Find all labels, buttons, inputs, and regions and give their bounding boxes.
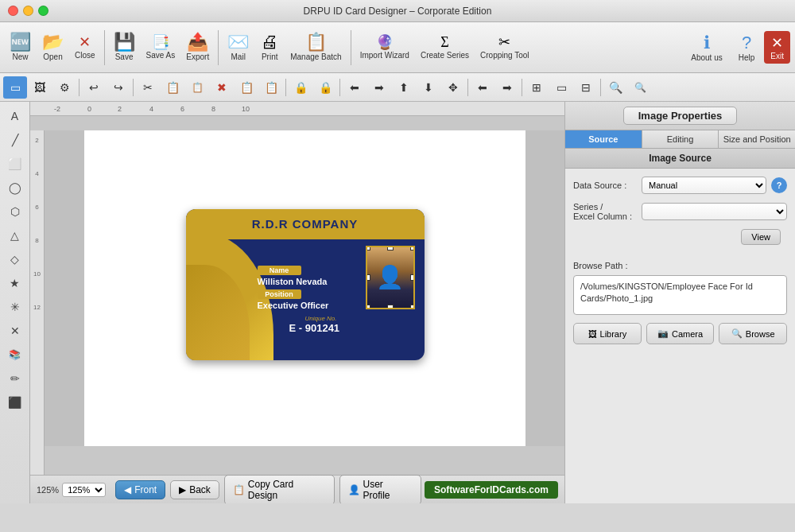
- align-left-button[interactable]: ⬅: [343, 76, 366, 99]
- tab-editing[interactable]: Editing: [642, 130, 719, 148]
- copy-card-design-button[interactable]: 📋 Copy Card Design: [224, 475, 335, 504]
- align-bottom-button[interactable]: ⬇: [417, 76, 440, 99]
- back-button[interactable]: ▶ Back: [170, 480, 219, 499]
- employee-photo[interactable]: 👤: [366, 246, 415, 309]
- image-tool-button[interactable]: 🖼: [28, 76, 52, 99]
- window-controls[interactable]: [8, 6, 48, 16]
- cut-button[interactable]: ✂: [136, 76, 160, 99]
- t2-sep-7: [600, 79, 601, 96]
- grid-button[interactable]: ⊞: [525, 76, 549, 99]
- handle-right-middle[interactable]: [410, 274, 415, 281]
- save-button[interactable]: 💾 Save: [109, 30, 140, 64]
- print-button[interactable]: 🖨 Print: [255, 30, 284, 64]
- mail-button[interactable]: ✉️ Mail: [223, 30, 254, 64]
- camera-icon: 📷: [657, 328, 669, 339]
- unlock-button[interactable]: 🔒: [313, 76, 337, 99]
- barcode-tool-button[interactable]: 📚: [3, 344, 27, 366]
- import-wizard-button[interactable]: 🔮 Import Wizard: [355, 32, 414, 63]
- paste-button[interactable]: 📋: [185, 76, 209, 99]
- titlebar: DRPU ID Card Designer – Corporate Editio…: [0, 0, 795, 22]
- select-tool-button[interactable]: ▭: [3, 76, 27, 99]
- cropping-tool-icon: ✂: [498, 35, 510, 49]
- maximize-window-button[interactable]: [38, 6, 48, 16]
- triangle-tool-button[interactable]: △: [3, 224, 27, 247]
- create-series-button[interactable]: Σ Create Series: [416, 32, 474, 63]
- about-us-button[interactable]: ℹ About us: [684, 29, 728, 65]
- view-button[interactable]: View: [741, 229, 781, 245]
- id-card[interactable]: R.D.R COMPANY Name Williston Nevada Posi…: [186, 209, 425, 360]
- tab-size-position[interactable]: Size and Position: [719, 130, 795, 148]
- unique-number: E - 901241: [289, 322, 417, 334]
- handle-top-right[interactable]: [410, 246, 415, 250]
- handle-bottom-middle[interactable]: [387, 305, 394, 309]
- export-button[interactable]: 📤 Export: [181, 30, 214, 64]
- new-button[interactable]: 🆕 New: [5, 30, 36, 64]
- text-tool-button[interactable]: A: [3, 105, 27, 127]
- delete-button[interactable]: ✖: [210, 76, 234, 99]
- align-top-button[interactable]: ⬆: [392, 76, 416, 99]
- fill-tool-button[interactable]: ⬛: [3, 391, 27, 414]
- library-button[interactable]: 🖼 Library: [573, 323, 642, 344]
- open-button[interactable]: 📂 Open: [37, 30, 68, 64]
- handle-top-left[interactable]: [366, 246, 370, 250]
- minimize-window-button[interactable]: [23, 6, 33, 16]
- close-button[interactable]: ✕ Close: [70, 32, 100, 63]
- cross-tool-button[interactable]: ✕: [3, 320, 27, 342]
- line-tool-button[interactable]: ╱: [3, 129, 27, 151]
- browse-button[interactable]: 🔍 Browse: [719, 323, 787, 344]
- group-button[interactable]: 📋: [259, 76, 283, 99]
- manage-batch-button[interactable]: 📋 Manage Batch: [285, 30, 347, 64]
- align-center-button[interactable]: ✥: [441, 76, 465, 99]
- save-as-icon: 📑: [152, 35, 169, 49]
- cropping-tool-button[interactable]: ✂ Cropping Tool: [475, 32, 534, 63]
- camera-button[interactable]: 📷 Camera: [646, 323, 715, 344]
- front-label: Front: [134, 484, 157, 495]
- rectangle-tool-button[interactable]: ⬜: [3, 153, 27, 175]
- close-window-button[interactable]: [8, 6, 18, 16]
- table-button[interactable]: ⊟: [574, 76, 598, 99]
- ellipse-tool-button[interactable]: ◯: [3, 177, 27, 199]
- align-right-button[interactable]: ➡: [367, 76, 391, 99]
- main-area: A ╱ ⬜ ◯ ⬡ △ ◇ ★ ✳ ✕ 📚 ✏ ⬛ -2 0 2 4 6 8 1…: [0, 102, 795, 503]
- back-icon: ▶: [179, 484, 186, 495]
- library-icon: 🖼: [588, 329, 597, 339]
- redo-button[interactable]: ↪: [107, 76, 130, 99]
- duplicate-button[interactable]: 📋: [235, 76, 258, 99]
- star-tool-button[interactable]: ★: [3, 272, 27, 294]
- zoom-in-button[interactable]: 🔍: [603, 76, 627, 99]
- exit-button[interactable]: ✕ Exit: [764, 31, 790, 64]
- design-canvas[interactable]: R.D.R COMPANY Name Williston Nevada Posi…: [84, 130, 525, 446]
- snowflake-tool-button[interactable]: ✳: [3, 296, 27, 318]
- tab-source[interactable]: Source: [565, 130, 642, 148]
- diamond-tool-button[interactable]: ◇: [3, 248, 27, 270]
- data-source-select[interactable]: Manual: [642, 177, 766, 194]
- panel-body: Data Source : Manual ? Series / Excel Co…: [565, 169, 795, 503]
- move-left-button[interactable]: ⬅: [471, 76, 494, 99]
- front-button[interactable]: ◀ Front: [115, 480, 165, 499]
- user-profile-button[interactable]: 👤 User Profile: [339, 475, 421, 504]
- zoom-out-button[interactable]: 🔍: [628, 76, 652, 99]
- handle-left-middle[interactable]: [366, 274, 370, 281]
- move-right-button[interactable]: ➡: [495, 76, 519, 99]
- help-button[interactable]: ? Help: [732, 29, 762, 65]
- handle-bottom-left[interactable]: [366, 305, 370, 309]
- border-button[interactable]: ▭: [549, 76, 573, 99]
- undo-button[interactable]: ↩: [82, 76, 106, 99]
- browse-path-value: /Volumes/KINGSTON/Employee Face For Id C…: [573, 275, 787, 315]
- copy-button[interactable]: 📋: [161, 76, 184, 99]
- settings-button[interactable]: ⚙: [52, 76, 76, 99]
- handle-bottom-right[interactable]: [410, 305, 415, 309]
- canvas-workspace[interactable]: R.D.R COMPANY Name Williston Nevada Posi…: [45, 130, 564, 446]
- help-button[interactable]: ?: [771, 177, 787, 193]
- canvas-area: -2 0 2 4 6 8 10 2 4 6 8 10 12: [30, 102, 564, 503]
- toolbar-separator-1: [104, 30, 105, 65]
- excel-column-select[interactable]: [642, 203, 787, 220]
- save-as-button[interactable]: 📑 Save As: [142, 32, 180, 63]
- polygon-tool-button[interactable]: ⬡: [3, 200, 27, 223]
- pen-tool-button[interactable]: ✏: [3, 367, 27, 390]
- handle-top-middle[interactable]: [387, 246, 394, 250]
- user-profile-label: User Profile: [363, 479, 413, 501]
- create-series-icon: Σ: [440, 35, 448, 49]
- lock-button[interactable]: 🔒: [289, 76, 312, 99]
- zoom-select[interactable]: 125% 100% 75% 50%: [62, 483, 106, 497]
